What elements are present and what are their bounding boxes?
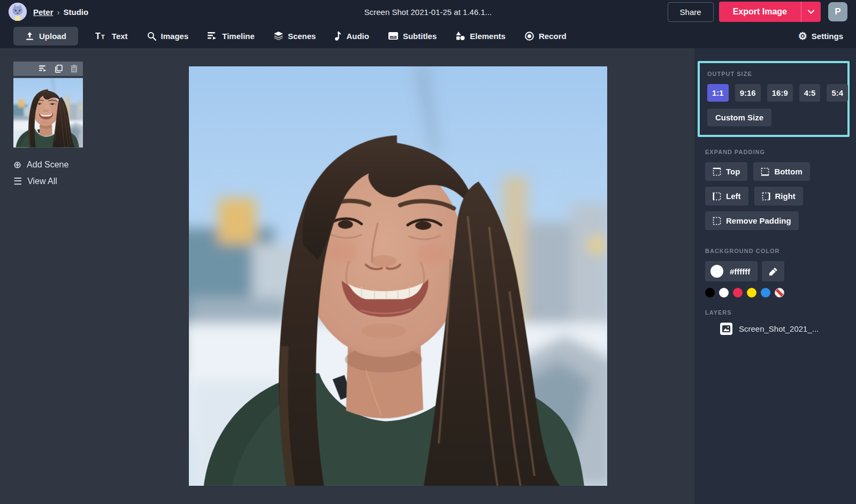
canvas-image[interactable] xyxy=(189,66,607,486)
color-swatches xyxy=(705,288,850,297)
layer-name: Screen_Shot_2021_... xyxy=(739,324,819,333)
tab-subtitles-label: Subtitles xyxy=(403,32,437,41)
list-icon: ☰ xyxy=(13,177,22,186)
swatch-black[interactable] xyxy=(705,288,715,297)
tab-record-label: Record xyxy=(539,32,567,41)
audio-note-icon xyxy=(335,32,341,41)
export-dropdown-toggle[interactable] xyxy=(801,2,821,22)
pad-left-label: Left xyxy=(726,192,741,201)
pad-left-button[interactable]: Left xyxy=(705,187,748,205)
duplicate-scene-icon[interactable] xyxy=(55,65,63,73)
upload-icon xyxy=(25,32,34,41)
cat-avatar-icon xyxy=(9,3,27,21)
remove-padding-label: Remove Padding xyxy=(726,216,791,225)
gear-icon: ⚙ xyxy=(798,31,807,41)
top-bar: Peter › Studio Screen Shot 2021-01-25 at… xyxy=(0,0,856,24)
tab-subtitles[interactable]: Subtitles xyxy=(388,32,437,41)
custom-size-button[interactable]: Custom Size xyxy=(707,109,771,126)
remove-padding-icon xyxy=(713,217,721,225)
delete-scene-icon[interactable] xyxy=(71,65,78,73)
image-layer-icon xyxy=(720,323,732,335)
breadcrumb-page: Studio xyxy=(64,7,89,17)
reorder-scene-icon[interactable] xyxy=(39,65,47,72)
pad-bottom-icon xyxy=(761,167,769,176)
layers-section: LAYERS Screen_Shot_2021_... xyxy=(694,297,856,335)
chevron-down-icon xyxy=(808,10,814,14)
tab-images-label: Images xyxy=(161,32,189,41)
text-icon: T T xyxy=(95,32,107,40)
color-picker-button[interactable]: #ffffff xyxy=(705,261,758,281)
layer-item[interactable]: Screen_Shot_2021_... xyxy=(720,323,850,335)
tab-text-label: Text xyxy=(112,32,128,41)
account-avatar[interactable]: P xyxy=(828,2,847,21)
add-circle-icon: ⊕ xyxy=(13,160,21,170)
editor-toolbar: Upload T T Text Images Timeline xyxy=(0,24,856,48)
share-button[interactable]: Share xyxy=(668,2,714,22)
timeline-icon xyxy=(208,32,217,40)
expand-padding-heading: EXPAND PADDING xyxy=(705,149,850,155)
breadcrumb-separator: › xyxy=(57,7,60,17)
workspace-avatar[interactable] xyxy=(9,3,27,21)
pad-right-icon xyxy=(762,192,770,201)
tab-scenes[interactable]: Scenes xyxy=(274,32,316,41)
ratio-5-4-button[interactable]: 5:4 xyxy=(827,84,848,102)
tab-timeline[interactable]: Timeline xyxy=(208,32,255,41)
view-all-label: View All xyxy=(27,177,57,186)
settings-button[interactable]: ⚙ Settings xyxy=(798,31,843,41)
pad-right-button[interactable]: Right xyxy=(754,187,803,205)
tab-elements-label: Elements xyxy=(470,32,506,41)
kapwing-studio-app: Peter › Studio Screen Shot 2021-01-25 at… xyxy=(0,0,856,504)
canvas-frame[interactable] xyxy=(189,66,607,486)
scene-card xyxy=(13,62,83,149)
document-title[interactable]: Screen Shot 2021-01-25 at 1.46.1... xyxy=(364,7,492,17)
settings-label: Settings xyxy=(812,32,843,41)
tab-record[interactable]: Record xyxy=(525,32,567,41)
tab-images[interactable]: Images xyxy=(147,32,189,41)
scene-thumbnail[interactable] xyxy=(13,76,83,149)
tab-timeline-label: Timeline xyxy=(222,32,255,41)
tab-scenes-label: Scenes xyxy=(288,32,316,41)
breadcrumb: Peter › Studio xyxy=(33,7,88,17)
swatch-red[interactable] xyxy=(733,288,743,297)
subtitles-icon xyxy=(388,32,398,40)
ratio-9-16-button[interactable]: 9:16 xyxy=(735,84,761,102)
export-image-button[interactable]: Export Image xyxy=(719,2,821,22)
tab-upload[interactable]: Upload xyxy=(13,27,78,45)
tab-text[interactable]: T T Text xyxy=(95,32,128,41)
add-scene-button[interactable]: ⊕ Add Scene xyxy=(13,160,102,170)
eyedropper-icon xyxy=(769,267,778,276)
export-image-label[interactable]: Export Image xyxy=(719,2,801,22)
pad-right-label: Right xyxy=(775,192,796,201)
canvas-workspace[interactable] xyxy=(102,48,694,504)
ratio-4-5-button[interactable]: 4:5 xyxy=(799,84,821,102)
tab-upload-label: Upload xyxy=(39,32,66,41)
pad-left-icon xyxy=(713,192,721,201)
top-bar-actions: Share Export Image P xyxy=(668,2,847,22)
remove-padding-button[interactable]: Remove Padding xyxy=(705,211,799,230)
output-size-section: OUTPUT SIZE 1:1 9:16 16:9 4:5 5:4 Custom… xyxy=(698,61,850,137)
pad-bottom-label: Bottom xyxy=(774,167,802,176)
pad-top-icon xyxy=(713,167,721,176)
aspect-ratio-options: 1:1 9:16 16:9 4:5 5:4 xyxy=(707,84,841,102)
scenes-sidebar: ⊕ Add Scene ☰ View All xyxy=(0,48,102,504)
pad-top-button[interactable]: Top xyxy=(705,162,747,181)
current-color-dot xyxy=(710,265,723,278)
view-all-button[interactable]: ☰ View All xyxy=(13,177,102,186)
tab-audio-label: Audio xyxy=(346,32,369,41)
swatch-blue[interactable] xyxy=(761,288,770,297)
tab-elements[interactable]: Elements xyxy=(456,32,506,41)
background-color-heading: BACKGROUND COLOR xyxy=(705,248,850,254)
eyedropper-button[interactable] xyxy=(762,261,784,281)
swatch-yellow[interactable] xyxy=(747,288,756,297)
swatch-transparent[interactable] xyxy=(775,288,784,297)
tab-audio[interactable]: Audio xyxy=(335,32,369,41)
scene-card-toolbar xyxy=(13,62,83,76)
ratio-1-1-button[interactable]: 1:1 xyxy=(707,84,729,102)
ratio-16-9-button[interactable]: 16:9 xyxy=(767,84,793,102)
breadcrumb-user-link[interactable]: Peter xyxy=(33,7,54,17)
swatch-white[interactable] xyxy=(719,288,729,297)
properties-panel: OUTPUT SIZE 1:1 9:16 16:9 4:5 5:4 Custom… xyxy=(694,48,856,504)
pad-bottom-button[interactable]: Bottom xyxy=(753,162,810,181)
pad-top-label: Top xyxy=(726,167,740,176)
svg-text:T: T xyxy=(101,34,105,40)
